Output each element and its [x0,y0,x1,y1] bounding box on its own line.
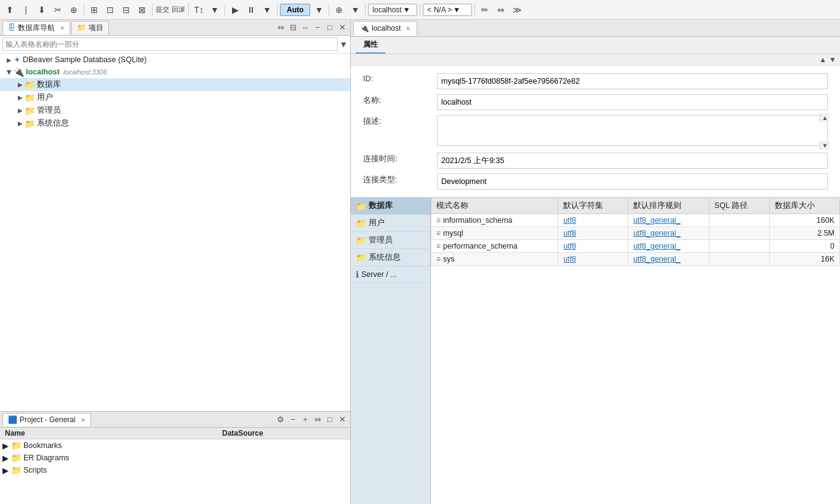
th-collation[interactable]: 默认排序规则 [628,198,710,214]
nav-action-arrow[interactable]: ↔ [300,22,311,33]
connection-selector[interactable]: localhost ▼ [368,4,417,16]
table-row[interactable]: ≡information_schema utf8 utf8_general_ 1… [431,214,840,227]
toolbar-btn-1[interactable]: ⬆ [2,2,17,17]
db-nav-sysinfo[interactable]: 📁 系统信息 [351,249,430,266]
cell-sql-path [709,240,769,253]
proj-action-plus[interactable]: + [300,414,311,425]
project-tab[interactable]: 🟦 Project - General ✕ [2,413,91,426]
tree-arrow-localhost[interactable]: ▶ [6,68,13,76]
th-schema-name[interactable]: 模式名称 [431,198,558,214]
nav-action-minus[interactable]: − [312,22,323,33]
toolbar-btn-run[interactable]: ▶ [228,2,242,17]
right-tab-localhost[interactable]: 🔌 localhost ✕ [353,21,417,36]
project-item-bookmarks[interactable]: ▶ 📁 Bookmarks [0,439,350,452]
toolbar-btn-dropdown2[interactable]: ▼ [260,2,274,17]
tree-item-dbeaver[interactable]: ▶ ✦ DBeaver Sample Database (SQLite) [0,54,350,66]
toolbar-btn-submit[interactable]: 提交 [155,2,170,17]
th-charset[interactable]: 默认字符集 [558,198,628,214]
db-nav-server[interactable]: ℹ Server / ... [351,266,430,283]
toolbar-btn-extra[interactable]: ⊕ [332,2,346,17]
filter-button[interactable]: ▼ [339,39,348,49]
users-folder-icon: 📁 [25,93,35,103]
tab-db-navigator[interactable]: 🗄 数据库导航 ✕ [2,21,70,34]
nav-server-icon: ℹ [356,270,359,279]
proj-action-close[interactable]: ✕ [337,414,348,425]
toolbar-btn-4[interactable]: ✂ [50,2,65,17]
tree-arrow-databases[interactable]: ▶ [16,81,25,88]
toolbar-btn-run2[interactable]: ⏸ [244,2,258,17]
db-content[interactable]: 模式名称 默认字符集 默认排序规则 SQL 路径 数据库大小 ≡informat… [431,198,840,504]
db-nav-databases[interactable]: 📁 数据库 [351,198,430,215]
props-tab-properties[interactable]: 属性 [356,37,385,54]
desc-scroll-down[interactable]: ▼ [820,141,830,150]
toolbar-btn-5[interactable]: ⊕ [66,2,81,17]
tree-item-users[interactable]: ▶ 📁 用户 [0,91,350,104]
toolbar-btn-redo[interactable]: ⊠ [135,2,150,17]
main-toolbar: ⬆ | ⬇ ✂ ⊕ ⊞ ⊡ ⊟ ⊠ 提交 回滚 T↕ ▼ ▶ ⏸ ▼ Auto … [0,0,840,20]
proj-action-minus[interactable]: − [287,414,298,425]
proj-action-link[interactable]: ⇔ [312,414,323,425]
table-row[interactable]: ≡performance_schema utf8 utf8_general_ 0 [431,240,840,253]
desc-scroll-up[interactable]: ▲ [820,113,830,122]
db-nav-users[interactable]: 📁 用户 [351,215,430,232]
tree-arrow-users[interactable]: ▶ [16,94,25,101]
tab-db-close[interactable]: ✕ [60,25,65,31]
project-item-er[interactable]: ▶ 📁 ER Diagrams [0,452,350,464]
db-selector[interactable]: < N/A > ▼ [423,4,472,16]
toolbar-btn-pencil[interactable]: ✏ [478,2,492,17]
nav-db-icon: 📁 [356,201,366,211]
toolbar-btn-dropdown1[interactable]: ▼ [207,2,222,17]
cell-collation: utf8_general_ [628,214,710,227]
toolbar-btn-more[interactable]: ≫ [510,2,524,17]
nav-sys-icon: 📁 [356,253,366,263]
tree-item-admin[interactable]: ▶ 📁 管理员 [0,104,350,117]
auto-commit-button[interactable]: Auto [280,4,310,16]
connect-type-input[interactable] [437,174,828,190]
tree-arrow-dbeaver[interactable]: ▶ [5,57,14,63]
tree-area[interactable]: ▶ ✦ DBeaver Sample Database (SQLite) ▶ 🔌… [0,54,350,411]
th-sql-path[interactable]: SQL 路径 [709,198,769,214]
props-scroll-up[interactable]: ▲ [818,55,828,64]
proj-action-minimize[interactable]: □ [324,414,335,425]
tree-item-localhost[interactable]: ▶ 🔌 localhost localhost:3306 [0,66,350,78]
table-row[interactable]: ≡mysql utf8 utf8_general_ 2.5M [431,227,840,240]
toolbar-btn-rollback[interactable]: 回滚 [171,2,186,17]
desc-textarea[interactable] [437,115,828,146]
tab-project[interactable]: 📁 项目 [71,21,109,34]
right-panel: 🔌 localhost ✕ 属性 ▲ ▼ ID: 名称: [351,20,840,504]
toolbar-btn-3[interactable]: ⬇ [34,2,49,17]
toolbar-btn-dropdown4[interactable]: ▼ [348,2,362,17]
connect-time-input[interactable] [437,153,828,169]
project-tab-label: Project - General [20,415,76,424]
project-header: Name DataSource [0,428,350,439]
nav-action-box[interactable]: ⊟ [287,22,298,33]
name-input[interactable] [437,94,828,110]
nav-action-link[interactable]: ⇔ [275,22,286,33]
toolbar-btn-undo[interactable]: ⊟ [119,2,134,17]
tree-item-sysinfo[interactable]: ▶ 📁 系统信息 [0,117,350,130]
right-tab-close[interactable]: ✕ [406,25,410,32]
search-input[interactable] [2,38,338,51]
toolbar-btn-copy[interactable]: ⊞ [87,2,102,17]
databases-label: 数据库 [37,79,61,90]
er-icon: 📁 [11,453,22,463]
tree-item-databases[interactable]: ▶ 📁 数据库 [0,78,350,91]
th-db-size[interactable]: 数据库大小 [770,198,840,214]
id-input[interactable] [437,73,828,89]
db-nav-admin[interactable]: 📁 管理员 [351,232,430,249]
project-item-scripts[interactable]: ▶ 📁 Scripts [0,464,350,476]
toolbar-btn-dropdown3[interactable]: ▼ [311,2,326,17]
nav-action-minimize[interactable]: □ [324,22,335,33]
tree-arrow-sysinfo[interactable]: ▶ [16,120,25,127]
toolbar-btn-paste[interactable]: ⊡ [103,2,118,17]
project-tab-close[interactable]: ✕ [81,417,86,423]
toolbar-btn-share[interactable]: ⇔ [494,2,508,17]
props-scroll-down[interactable]: ▼ [828,55,838,64]
project-panel: 🟦 Project - General ✕ ⚙ − + ⇔ □ ✕ Name D… [0,412,350,504]
table-row[interactable]: ≡sys utf8 utf8_general_ 16K [431,253,840,266]
toolbar-btn-format[interactable]: T↕ [191,2,206,17]
toolbar-btn-2[interactable]: | [18,2,33,17]
tree-arrow-admin[interactable]: ▶ [16,107,25,114]
proj-action-gear[interactable]: ⚙ [275,414,286,425]
nav-action-close[interactable]: ✕ [337,22,348,33]
